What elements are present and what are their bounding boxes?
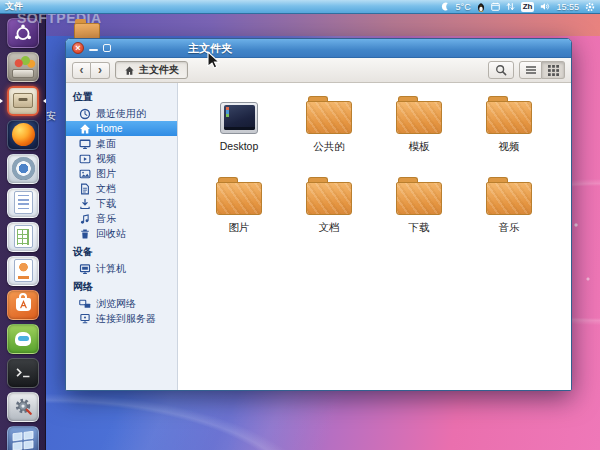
toolbar: ‹ › 主文件夹 [66, 58, 571, 83]
folder-icon [396, 172, 442, 218]
dock-item-file-manager[interactable] [4, 84, 42, 117]
sidebar-item-label: 桌面 [96, 138, 116, 150]
file-label: Desktop [220, 140, 259, 152]
music-icon [79, 213, 91, 225]
sidebar-item-video[interactable]: 视频 [66, 151, 177, 166]
sidebar-item-label: 下载 [96, 198, 116, 210]
breadcrumb[interactable]: 主文件夹 [115, 61, 188, 79]
file-item-desktop[interactable]: Desktop [194, 91, 284, 170]
sidebar-item-desktop[interactable]: 桌面 [66, 136, 177, 151]
computer-icon [79, 263, 91, 275]
dock-item-youker-assistant[interactable] [4, 322, 42, 355]
sidebar-item-document[interactable]: 文档 [66, 181, 177, 196]
back-button[interactable]: ‹ [72, 62, 91, 79]
dock-item-firefox[interactable] [4, 118, 42, 151]
file-item-folder[interactable]: 文档 [284, 172, 374, 251]
home-icon [79, 123, 91, 135]
file-label: 模板 [409, 140, 430, 154]
folder-icon [216, 172, 262, 218]
tux-icon[interactable] [477, 2, 485, 12]
sidebar-section-heading: 网络 [66, 276, 177, 296]
firefox-icon [7, 120, 39, 150]
video-icon [79, 153, 91, 165]
global-menu-file[interactable]: 文件 [5, 0, 23, 13]
sidebar: 位置最近使用的Home桌面视频图片文档下载音乐回收站设备计算机网络浏览网络连接到… [66, 83, 178, 390]
sidebar-item-computer[interactable]: 计算机 [66, 261, 177, 276]
calendar-icon[interactable] [491, 2, 500, 11]
sidebar-item-label: 视频 [96, 153, 116, 165]
sidebar-item-label: 计算机 [96, 263, 126, 275]
sidebar-item-server[interactable]: 连接到服务器 [66, 311, 177, 326]
desktop-icon [220, 91, 258, 137]
focused-indicator-arrow [43, 98, 46, 104]
sidebar-item-network[interactable]: 浏览网络 [66, 296, 177, 311]
content-pane[interactable]: Desktop公共的模板视频图片文档下载音乐 [178, 83, 571, 390]
dock-item-system-settings[interactable] [4, 390, 42, 423]
sidebar-item-trash[interactable]: 回收站 [66, 226, 177, 241]
drawer-glyph [13, 93, 33, 108]
file-manager-icon [7, 86, 39, 116]
volume-icon[interactable] [540, 2, 550, 11]
sidebar-item-image[interactable]: 图片 [66, 166, 177, 181]
file-manager-window: × 主文件夹 ‹ › 主文件夹 位置最近使用的Home桌面视频图片文档下载音乐回… [65, 38, 572, 391]
sidebar-item-label: 最近使用的 [96, 108, 146, 120]
image-icon [79, 168, 91, 180]
dock-item-workspace-switcher[interactable] [4, 424, 42, 450]
dock-item-libreoffice-impress[interactable] [4, 254, 42, 287]
software-center-icon [7, 290, 39, 320]
dock-item-disk-utility[interactable] [4, 50, 42, 83]
file-label: 公共的 [313, 140, 345, 154]
search-button[interactable] [488, 61, 514, 79]
file-item-folder[interactable]: 音乐 [464, 172, 554, 251]
dock-item-software-center[interactable] [4, 288, 42, 321]
titlebar[interactable]: × 主文件夹 [66, 39, 571, 58]
trash-icon [79, 228, 91, 240]
dock-item-terminal[interactable] [4, 356, 42, 389]
desktop-icon [79, 138, 91, 150]
file-item-folder[interactable]: 模板 [374, 91, 464, 170]
drive-slab [12, 69, 34, 78]
sidebar-item-home[interactable]: Home [66, 121, 177, 136]
list-view-button[interactable] [519, 61, 542, 79]
close-button[interactable]: × [72, 42, 84, 54]
temperature-indicator[interactable]: 5°C [456, 2, 471, 12]
folder-icon [486, 172, 532, 218]
file-item-folder[interactable]: 图片 [194, 172, 284, 251]
dock-item-libreoffice-writer[interactable] [4, 186, 42, 219]
sidebar-item-clock[interactable]: 最近使用的 [66, 106, 177, 121]
file-label: 下载 [409, 221, 430, 235]
clock-indicator[interactable]: 15:55 [556, 2, 579, 12]
sidebar-item-music[interactable]: 音乐 [66, 211, 177, 226]
sidebar-item-label: 回收站 [96, 228, 126, 240]
sidebar-item-download[interactable]: 下载 [66, 196, 177, 211]
file-item-folder[interactable]: 视频 [464, 91, 554, 170]
arrows-updown-icon[interactable] [506, 2, 515, 11]
file-grid: Desktop公共的模板视频图片文档下载音乐 [194, 91, 571, 253]
network-icon [79, 298, 91, 310]
maximize-button[interactable] [103, 44, 111, 52]
server-icon [79, 313, 91, 325]
dock-item-libreoffice-calc[interactable] [4, 220, 42, 253]
minimize-button[interactable] [89, 45, 98, 52]
desktop-icon-partial-label[interactable]: 安 [46, 109, 56, 123]
file-item-folder[interactable]: 公共的 [284, 91, 374, 170]
moon-icon[interactable] [441, 2, 450, 11]
folder-icon [396, 91, 442, 137]
file-label: 音乐 [499, 221, 520, 235]
clock-icon [79, 108, 91, 120]
file-item-folder[interactable]: 下载 [374, 172, 464, 251]
running-indicator-arrow [0, 98, 3, 104]
file-label: 视频 [499, 140, 520, 154]
writer-icon [7, 188, 39, 218]
sidebar-item-label: 图片 [96, 168, 116, 180]
top-panel: 文件 5°C Zh 15:55 [0, 0, 600, 14]
system-settings-icon [7, 392, 39, 422]
sidebar-item-label: Home [96, 123, 123, 135]
grid-view-button[interactable] [542, 61, 565, 79]
input-method-indicator[interactable]: Zh [521, 2, 535, 12]
dock-item-chromium[interactable] [4, 152, 42, 185]
impress-icon [7, 256, 39, 286]
forward-button[interactable]: › [91, 62, 110, 79]
gear-icon[interactable] [585, 2, 595, 12]
disk-utility-icon [7, 52, 39, 82]
